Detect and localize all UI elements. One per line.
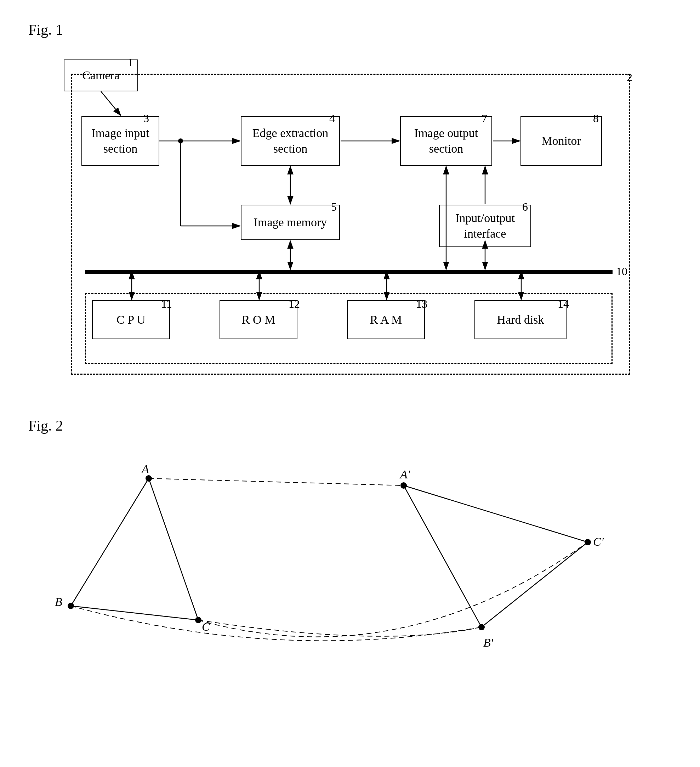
point-Bprime — [478, 624, 485, 630]
label-2: 2 — [627, 71, 632, 84]
fig1-diagram: Camera 1 2 Image input section 3 Edge ex… — [28, 53, 648, 389]
label-11: 11 — [161, 298, 172, 310]
image-memory-box: Image memory — [241, 205, 340, 240]
label-3: 3 — [143, 112, 149, 125]
fig2-svg: A B C A' B' C' — [28, 448, 648, 678]
point-A — [146, 475, 152, 482]
edge-extraction-box: Edge extraction section — [241, 116, 340, 166]
monitor-box: Monitor — [520, 116, 602, 166]
io-interface-box: Input/output interface — [439, 205, 531, 247]
label-13: 13 — [416, 298, 427, 310]
label-8: 8 — [593, 112, 599, 125]
label-B: B — [55, 595, 62, 608]
label-12: 12 — [289, 298, 300, 310]
cpu-box: C P U — [92, 300, 170, 339]
label-14: 14 — [558, 298, 569, 310]
label-7: 7 — [482, 112, 487, 125]
point-Aprime — [401, 482, 407, 489]
rom-box: R O M — [220, 300, 298, 339]
label-A: A — [141, 463, 149, 476]
label-6: 6 — [522, 201, 528, 213]
svg-line-26 — [149, 478, 404, 485]
point-C — [195, 617, 202, 623]
label-1: 1 — [127, 56, 133, 69]
svg-line-23 — [404, 485, 482, 627]
fig1-label: Fig. 1 — [28, 21, 672, 38]
svg-line-21 — [71, 606, 198, 620]
label-5: 5 — [331, 201, 337, 213]
label-C: C — [202, 620, 210, 633]
page: Fig. 1 Camera 1 2 Image input section 3 … — [0, 0, 700, 767]
ram-box: R A M — [347, 300, 425, 339]
svg-line-20 — [71, 478, 149, 606]
fig2-label: Fig. 2 — [28, 417, 672, 434]
label-10: 10 — [616, 265, 627, 278]
image-output-box: Image output section — [400, 116, 492, 166]
label-4: 4 — [329, 112, 335, 125]
label-Cprime: C' — [593, 535, 604, 548]
bus-line — [85, 270, 612, 274]
point-Cprime — [585, 539, 591, 545]
svg-line-25 — [404, 485, 588, 542]
label-Aprime: A' — [399, 468, 410, 481]
label-Bprime: B' — [483, 636, 493, 649]
fig2-diagram: A B C A' B' C' — [28, 448, 648, 696]
point-B — [68, 603, 74, 609]
svg-line-22 — [149, 478, 198, 620]
svg-line-24 — [482, 542, 588, 627]
hard-disk-box: Hard disk — [474, 300, 566, 339]
